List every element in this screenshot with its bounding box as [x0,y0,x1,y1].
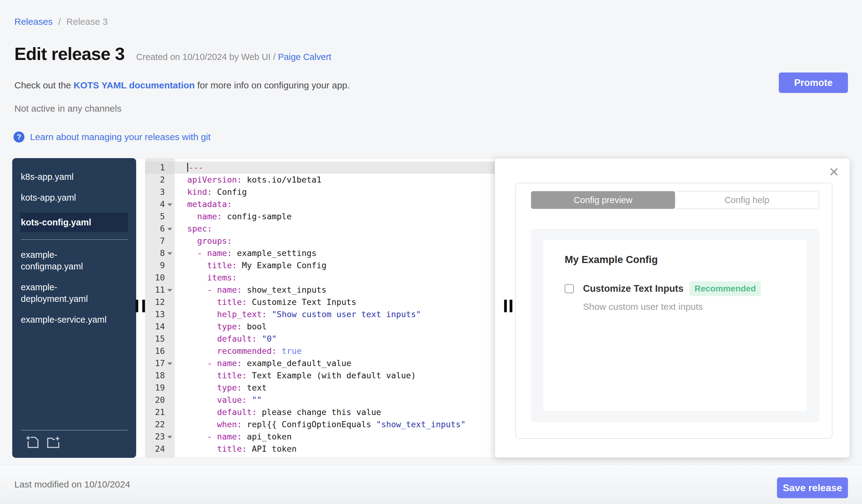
code-line[interactable]: 5 name: config-sample [145,210,507,223]
line-number: 23 [145,430,175,443]
code-lines: 1---2apiVersion: kots.io/v1beta13kind: C… [145,158,507,457]
release-editor-page: Releases / Release 3 Edit release 3 Crea… [0,0,862,504]
new-file-icon[interactable] [25,435,40,449]
sidebar-file-item[interactable]: example-configmap.yaml [21,249,109,272]
file-list: k8s-app.yamlkots-app.yamlkots-config.yam… [21,171,128,326]
yaml-code-editor[interactable]: 1---2apiVersion: kots.io/v1beta13kind: C… [136,158,507,458]
code-line[interactable]: 9 title: My Example Config [145,259,507,271]
fold-arrow-icon[interactable] [167,362,172,365]
created-info: Created on 10/10/2024 by Web UI / Paige … [136,52,331,62]
line-number: 10 [145,271,175,284]
code-text: default: please change this value [175,406,507,419]
line-number: 8 [145,247,175,259]
code-line[interactable]: 23 - name: api_token [145,430,507,443]
code-line[interactable]: 21 default: please change this value [145,406,507,419]
code-text: value: "" [175,394,507,406]
line-number: 16 [145,345,175,357]
code-text: - name: example_default_value [175,357,507,369]
customize-text-inputs-checkbox[interactable] [565,284,574,293]
line-number: 18 [145,369,175,382]
code-line[interactable]: 20 value: "" [145,394,507,406]
line-number: 17 [145,357,175,369]
code-text: apiVersion: kots.io/v1beta1 [175,174,507,186]
fold-arrow-icon[interactable] [167,436,172,439]
line-number: 22 [145,419,175,430]
doc-prefix: Check out the [14,80,71,90]
line-number: 4 [145,198,175,210]
code-line[interactable]: 16 recommended: true [145,345,507,357]
code-line[interactable]: 15 default: "0" [145,333,507,345]
tab-config-help[interactable]: Config help [675,191,819,209]
tab-config-preview[interactable]: Config preview [531,191,675,209]
config-item-help: Show custom user text inputs [583,302,785,312]
code-line[interactable]: 13 help_text: "Show custom user text inp… [145,308,507,320]
close-icon[interactable]: ✕ [829,166,839,178]
sidebar-file-item[interactable]: example-deployment.yaml [21,281,109,305]
code-line[interactable]: 18 title: Text Example (with default val… [145,369,507,382]
code-line[interactable]: 22 when: repl{{ ConfigOptionEquals "show… [145,419,507,430]
line-number: 11 [145,284,175,296]
fold-arrow-icon[interactable] [167,289,172,292]
save-release-button[interactable]: Save release [777,477,848,498]
created-text: Created on 10/10/2024 by Web UI / [136,52,276,62]
sidebar-file-item[interactable]: kots-config.yaml [20,213,128,232]
kots-yaml-doc-link[interactable]: KOTS YAML documentation [74,80,195,90]
breadcrumb-releases-link[interactable]: Releases [14,16,53,27]
code-text: type: password [175,455,507,457]
code-line[interactable]: 24 title: API token [145,443,507,455]
code-line[interactable]: 14 type: bool [145,320,507,333]
recommended-badge: Recommended [690,281,761,296]
preview-content-area: My Example Config Customize Text Inputs … [531,229,819,422]
code-line[interactable]: 6spec: [145,223,507,235]
line-number: 5 [145,210,175,223]
git-releases-link[interactable]: Learn about managing your releases with … [30,132,210,142]
breadcrumb-separator: / [58,16,61,27]
sidebar-file-item[interactable]: k8s-app.yaml [21,171,109,183]
code-line[interactable]: 19 type: text [145,382,507,394]
code-text: - name: show_text_inputs [175,284,507,296]
code-line[interactable]: 3kind: Config [145,186,507,198]
code-line[interactable]: 25 type: password [145,455,507,457]
sidebar-file-item[interactable]: example-service.yaml [21,314,109,326]
sidebar-file-item[interactable]: kots-app.yaml [21,192,109,203]
code-line[interactable]: 10 items: [145,271,507,284]
line-number: 7 [145,235,175,247]
fold-arrow-icon[interactable] [167,252,172,255]
fold-arrow-icon[interactable] [167,203,172,206]
doc-suffix: for more info on configuring your app. [197,80,350,90]
channel-status: Not active in any channels [14,103,121,114]
code-line[interactable]: 7 groups: [145,235,507,247]
code-line[interactable]: 2apiVersion: kots.io/v1beta1 [145,174,507,186]
code-text: - name: api_token [175,430,507,443]
code-line[interactable]: 11 - name: show_text_inputs [145,284,507,296]
breadcrumb-current: Release 3 [66,16,108,27]
code-line[interactable]: 4metadata: [145,198,507,210]
code-text: recommended: true [175,345,507,357]
code-text: name: config-sample [175,210,507,223]
file-sidebar: k8s-app.yamlkots-app.yamlkots-config.yam… [12,158,136,458]
preview-drag-handle[interactable] [504,300,507,312]
code-text: default: "0" [175,333,507,345]
config-item-label: Customize Text Inputs [583,283,683,294]
line-number: 15 [145,333,175,345]
fold-arrow-icon[interactable] [167,228,172,230]
code-line[interactable]: 12 title: Customize Text Inputs [145,296,507,308]
sidebar-drag-handle[interactable] [142,300,145,312]
text-cursor [187,163,188,172]
code-line[interactable]: 17 - name: example_default_value [145,357,507,369]
created-author-link[interactable]: Paige Calvert [278,52,331,62]
new-folder-icon[interactable] [46,435,61,449]
code-text: - name: example_settings [175,247,507,259]
last-modified-text: Last modified on 10/10/2024 [14,479,130,490]
config-group-title: My Example Config [565,254,785,265]
line-number: 20 [145,394,175,406]
sidebar-drag-handle[interactable] [135,300,138,312]
code-line[interactable]: 8 - name: example_settings [145,247,507,259]
code-text: type: text [175,382,507,394]
preview-drag-handle[interactable] [510,300,512,312]
line-number: 9 [145,259,175,271]
code-line[interactable]: 1--- [145,161,507,174]
code-text: groups: [175,235,507,247]
promote-button[interactable]: Promote [779,72,848,93]
line-number: 1 [145,161,175,174]
